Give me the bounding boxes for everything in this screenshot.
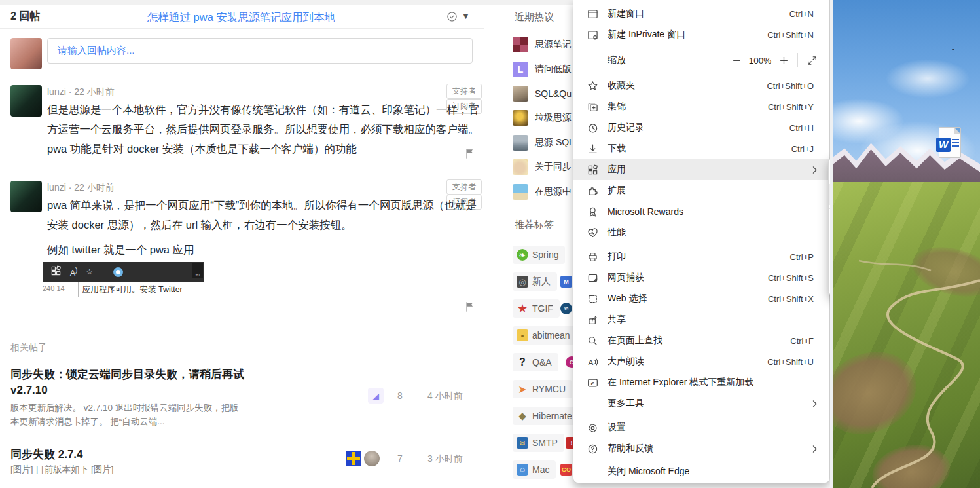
related-post-title[interactable]: 同步失败：锁定云端同步目录失败，请稍后再试 v2.7.10 — [10, 367, 254, 398]
related-post-time: 3 小时前 — [427, 453, 463, 465]
header-divider — [0, 28, 484, 29]
menu-item-history[interactable]: 历史记录Ctrl+H — [573, 117, 829, 138]
avatar[interactable] — [10, 181, 42, 212]
sidebar: 近期热议 思源笔记 L请问低版 SQL&Qu 垃圾思源 思源 SQL 关于同步 … — [503, 0, 573, 488]
menu-separator — [573, 460, 829, 460]
check-circle-icon[interactable] — [446, 11, 458, 25]
hot-topic-item[interactable]: 关于同步 — [513, 159, 573, 175]
tag-label: Q&A — [532, 357, 552, 367]
hot-topic-item[interactable]: L请问低版 — [513, 62, 573, 77]
tag-tgif[interactable]: ★TGIF — [513, 299, 560, 318]
topic-title: 垃圾思源 — [535, 112, 572, 124]
menu-shortcut: Ctrl+Shift+X — [768, 294, 814, 304]
bird — [952, 49, 954, 50]
doc-line — [952, 139, 959, 140]
caret-down-icon[interactable]: ▼ — [462, 11, 470, 21]
post-title-link[interactable]: 怎样通过 pwa 安装思源笔记应用到本地 — [0, 10, 482, 25]
badge-supporter: 支持者 — [446, 179, 482, 195]
menu-item-performance[interactable]: 性能 — [573, 222, 829, 243]
fullscreen-button[interactable] — [803, 52, 820, 69]
zoom-out-button[interactable] — [728, 52, 745, 69]
menu-item-ie-mode[interactable]: e在 Internet Explorer 模式下重新加载 — [573, 372, 829, 393]
menu-item-web-select[interactable]: Web 选择Ctrl+Shift+X — [573, 288, 829, 309]
gear-icon — [587, 422, 598, 434]
tag-abitmean[interactable]: •abitmean — [513, 326, 573, 345]
menu-item-print[interactable]: 打印Ctrl+P — [573, 246, 829, 267]
inprivate-window-icon — [587, 29, 598, 41]
tag-smtp[interactable]: ✉SMTP — [513, 434, 564, 452]
related-post-avatar[interactable]: ◢ — [368, 388, 384, 404]
tags-header: 推荐标签 — [515, 219, 554, 231]
edge-menu: 新建窗口Ctrl+N 新建 InPrivate 窗口Ctrl+Shift+N 缩… — [573, 0, 830, 483]
menu-item-favorites[interactable]: 收藏夹Ctrl+Shift+O — [573, 75, 829, 96]
tag-qa[interactable]: ?Q&A — [513, 353, 558, 371]
menu-item-inprivate-window[interactable]: 新建 InPrivate 窗口Ctrl+Shift+N — [573, 24, 829, 45]
tag-label: TGIF — [532, 303, 553, 314]
tag-spring[interactable]: ❧Spring — [513, 246, 565, 264]
hot-topics-header: 近期热议 — [515, 11, 554, 24]
menu-shortcut: Ctrl+Shift+S — [768, 273, 814, 283]
star-icon: ★ — [517, 303, 528, 314]
download-arrow-icon — [587, 143, 598, 155]
menu-item-collections[interactable]: 集锦Ctrl+Shift+Y — [573, 96, 829, 117]
flag-icon[interactable] — [465, 301, 476, 315]
menu-item-help[interactable]: 帮助和反馈 — [573, 438, 829, 459]
menu-item-more-tools[interactable]: 更多工具 — [573, 393, 829, 414]
topic-title: 关于同步 — [535, 161, 572, 173]
menu-item-label: 网页捕获 — [608, 272, 644, 284]
menu-item-share[interactable]: 共享 — [573, 309, 829, 330]
avatar-glyph: ◢ — [372, 391, 379, 401]
tag-mac[interactable]: ☺Mac — [513, 460, 556, 479]
menu-item-label: 缩放 — [608, 54, 626, 66]
menu-item-label: 帮助和反馈 — [608, 443, 653, 455]
related-post-avatar[interactable] — [364, 451, 380, 466]
tag-label: 新人 — [532, 276, 551, 288]
menu-item-read-aloud[interactable]: A大声朗读Ctrl+Shift+U — [573, 351, 829, 372]
hot-topic-item[interactable]: 在思源中 — [513, 184, 573, 200]
word-document-icon[interactable]: W — [936, 127, 961, 158]
comment-time: 22 小时前 — [74, 182, 114, 193]
comment-body: pwa 简单来说，是把一个网页应用“下载”到你的本地。所以你得有一个网页版思源（… — [47, 195, 479, 235]
tag-newbie[interactable]: ◎新人 — [513, 272, 557, 291]
menu-item-web-capture[interactable]: 网页捕获Ctrl+Shift+S — [573, 267, 829, 288]
heart-pulse-icon — [587, 227, 598, 238]
mail-icon: ✉ — [517, 437, 528, 449]
question-icon: ? — [517, 356, 528, 368]
tag-rymcu[interactable]: ➤RYMCU — [513, 380, 572, 398]
topic-avatar — [513, 110, 528, 126]
related-post-avatar[interactable] — [346, 451, 361, 466]
comment-author[interactable]: lunzi — [47, 182, 66, 193]
current-user-avatar[interactable] — [10, 38, 42, 69]
menu-item-apps[interactable]: 应用 — [573, 159, 829, 180]
menu-item-extensions[interactable]: 扩展 — [573, 180, 829, 201]
menu-item-rewards[interactable]: Microsoft Rewards — [573, 201, 829, 222]
comment-embedded-image[interactable]: A) ☆ en 240 14 应用程序可用。安装 Twitter — [43, 262, 204, 299]
menu-item-find[interactable]: 在页面上查找Ctrl+F — [573, 330, 829, 351]
read-aloud-icon: A — [587, 356, 598, 367]
tag-hibernate[interactable]: ◆Hibernate — [513, 407, 573, 425]
menu-separator — [573, 244, 829, 244]
menu-item-label: 更多工具 — [608, 398, 644, 409]
hot-topic-item[interactable]: 思源笔记 — [513, 37, 573, 52]
medal-icon — [587, 206, 598, 217]
hot-topic-item[interactable]: SQL&Qu — [513, 86, 573, 102]
embed-url-fragment: 240 14 — [43, 284, 65, 292]
zoom-in-button[interactable] — [775, 52, 792, 69]
topic-title: 请问低版 — [535, 64, 572, 75]
menu-item-settings[interactable]: 设置 — [573, 417, 829, 438]
menu-item-close-edge[interactable]: 关闭 Microsoft Edge — [573, 462, 829, 481]
avatar[interactable] — [10, 85, 42, 117]
hot-topic-item[interactable]: 垃圾思源 — [513, 110, 573, 126]
menu-shortcut: Ctrl+Shift+Y — [768, 102, 814, 112]
related-post-title[interactable]: 同步失败 2.7.4 — [10, 447, 254, 462]
menu-item-label: 应用 — [608, 164, 626, 176]
hot-topic-item[interactable]: 思源 SQL — [513, 135, 573, 151]
apps-install-icon — [50, 265, 62, 278]
comment-author[interactable]: lunzi — [47, 86, 66, 97]
read-aloud-icon: A) — [70, 267, 77, 278]
flag-icon[interactable] — [465, 148, 476, 162]
menu-item-new-window[interactable]: 新建窗口Ctrl+N — [573, 3, 829, 24]
divider — [513, 28, 573, 28]
menu-item-label: 在 Internet Explorer 模式下重新加载 — [608, 377, 753, 388]
menu-item-downloads[interactable]: 下载Ctrl+J — [573, 138, 829, 159]
